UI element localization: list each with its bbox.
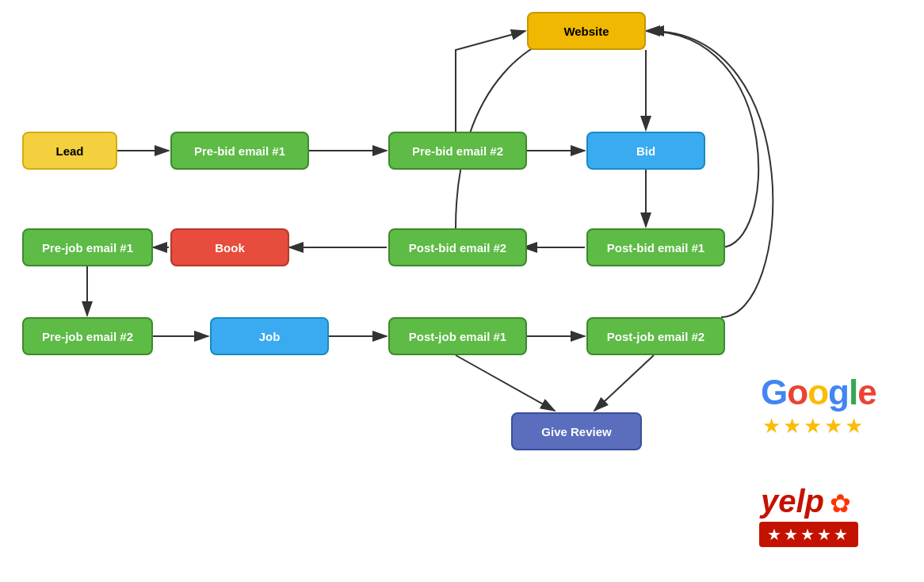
node-postbid2: Post-bid email #2 [388, 228, 527, 266]
node-prejob1: Pre-job email #1 [22, 228, 153, 266]
svg-line-13 [594, 355, 654, 411]
node-postjob1: Post-job email #1 [388, 317, 527, 355]
google-logo: Google [761, 373, 876, 412]
node-bid: Bid [586, 132, 705, 170]
diagram-container: Website Lead Pre-bid email #1 Pre-bid em… [0, 0, 924, 582]
yelp-logo: yelp ✿ [761, 484, 851, 519]
node-prebid2: Pre-bid email #2 [388, 132, 527, 170]
node-prebid1: Pre-bid email #1 [170, 132, 309, 170]
yelp-stars: ★★★★★ [759, 522, 858, 547]
node-website: Website [527, 12, 646, 50]
node-job: Job [210, 317, 329, 355]
node-book: Book [170, 228, 289, 266]
node-givereview: Give Review [511, 412, 642, 450]
node-postjob2: Post-job email #2 [586, 317, 725, 355]
node-prejob2: Pre-job email #2 [22, 317, 153, 355]
node-lead: Lead [22, 132, 117, 170]
svg-line-12 [456, 355, 555, 411]
google-stars: ★★★★★ [762, 414, 865, 438]
node-postbid1: Post-bid email #1 [586, 228, 725, 266]
